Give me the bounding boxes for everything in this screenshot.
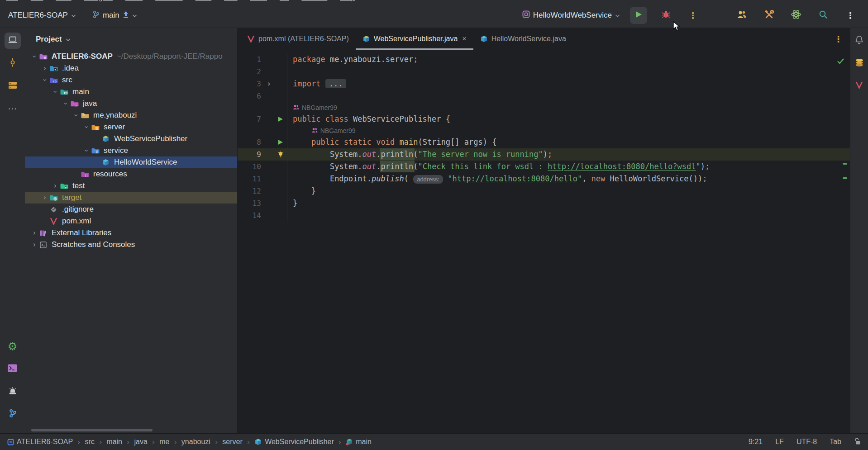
author-inlay-text[interactable]: NBGamer99 — [302, 102, 337, 113]
settings-toolwindow-button[interactable]: ⚙ — [5, 338, 21, 355]
tree-chevron-icon[interactable]: › — [51, 87, 59, 97]
tab-pom-xml-atelier6-soap-[interactable]: pom.xml (ATELIER6-SOAP) — [240, 28, 356, 50]
fold-arrow-icon[interactable]: › — [264, 78, 274, 90]
menu-view[interactable]: View — [56, 0, 71, 2]
tree-row-scratches-and-consoles[interactable]: ›Scratches and Consoles — [25, 239, 237, 251]
code-line-12[interactable]: 12 } — [238, 185, 850, 197]
tree-chevron-icon[interactable]: › — [40, 64, 50, 72]
caret-position-widget[interactable]: 9:21 — [749, 438, 763, 446]
intention-bulb-icon[interactable] — [274, 148, 287, 161]
tree-row-helloworldservice[interactable]: HelloWorldService — [25, 156, 237, 168]
tree-chevron-icon[interactable]: › — [82, 122, 91, 132]
build-tools-button[interactable] — [760, 7, 777, 24]
more-run-actions-button[interactable]: ⋮ — [684, 7, 701, 24]
code-line-13[interactable]: 13} — [238, 197, 850, 209]
code-line-14[interactable]: 14 — [238, 209, 850, 222]
run-gutter-icon[interactable] — [274, 113, 287, 125]
run-button[interactable] — [630, 7, 647, 24]
tree-chevron-icon[interactable]: › — [29, 241, 39, 249]
tree-chevron-icon[interactable]: › — [72, 110, 80, 120]
layers-toolwindow-button[interactable] — [851, 55, 868, 71]
commit-toolwindow-button[interactable] — [5, 55, 21, 71]
encoding-widget[interactable]: UTF-8 — [796, 438, 817, 446]
tree-chevron-icon[interactable]: › — [40, 194, 50, 202]
menu-window[interactable]: Window — [301, 0, 327, 2]
tab-webservicepublisher-java[interactable]: WebServicePublisher.java× — [356, 28, 473, 50]
tree-row-src[interactable]: ›src — [25, 74, 237, 86]
code-line-10[interactable]: 10 System.out.println("Check this link f… — [238, 161, 850, 173]
breadcrumb-webservicepublisher[interactable]: WebServicePublisher — [254, 438, 334, 446]
breadcrumb-main[interactable]: main — [106, 438, 122, 446]
tree-chevron-icon[interactable]: › — [29, 229, 39, 237]
run-gutter-icon[interactable] — [274, 136, 287, 148]
tree-row-webservicepublisher[interactable]: WebServicePublisher — [25, 133, 237, 145]
line-separator-widget[interactable]: LF — [775, 438, 784, 446]
tree-row--gitignore[interactable]: .gitignore — [25, 204, 237, 215]
tab-helloworldservice-java[interactable]: HelloWorldService.java — [473, 28, 573, 50]
breadcrumb-ynabouzi[interactable]: ynabouzi — [181, 438, 210, 446]
menu-run[interactable]: Run — [224, 0, 237, 2]
menu-file[interactable]: File — [6, 0, 18, 2]
tree-row-atelier6-soap[interactable]: ›ATELIER6-SOAP~/Desktop/Rapport-JEE/Rapp… — [25, 51, 237, 62]
tab-options-kebab[interactable]: ⋮ — [834, 35, 850, 43]
code-line-7[interactable]: 7public class WebServicePublisher { — [238, 113, 850, 125]
code-with-me-button[interactable] — [733, 7, 750, 24]
lock-icon[interactable] — [854, 437, 861, 447]
code-line-8[interactable]: 8 public static void main(String[] args)… — [238, 136, 850, 148]
inspections-ok-icon[interactable] — [837, 57, 844, 66]
tree-row-main[interactable]: ›main — [25, 86, 237, 98]
breadcrumb-java[interactable]: java — [134, 438, 147, 446]
breadcrumb-main[interactable]: main — [346, 438, 372, 446]
terminal-toolwindow-button[interactable] — [5, 361, 21, 377]
breadcrumb-server[interactable]: server — [222, 438, 242, 446]
more-toolwindows-button[interactable]: ⋯ — [5, 100, 21, 117]
main-menu-kebab-button[interactable]: ⋮ — [842, 7, 859, 24]
code-line-3[interactable]: 3›import ... — [238, 78, 850, 90]
tree-chevron-icon[interactable]: › — [62, 99, 70, 109]
code-line-6[interactable]: 6 — [238, 90, 850, 102]
menu-help[interactable]: Help — [340, 0, 355, 2]
tree-row-external-libraries[interactable]: ›External Libraries — [25, 227, 237, 239]
tree-row-resources[interactable]: resources — [25, 168, 237, 180]
horizontal-scrollbar[interactable] — [31, 429, 153, 431]
vcs-branch-widget[interactable]: main — [92, 10, 137, 21]
menu-build[interactable]: Build — [196, 0, 212, 2]
tree-row-java[interactable]: ›java — [25, 98, 237, 109]
chevron-down-icon[interactable] — [66, 35, 71, 44]
plugin-atom-button[interactable] — [787, 7, 805, 24]
code-editor[interactable]: 1package me.ynabouzi.server;23›import ..… — [238, 50, 850, 433]
code-line-11[interactable]: 11 Endpoint.publish( address: "http://lo… — [238, 173, 850, 185]
code-line-1[interactable]: 1package me.ynabouzi.server; — [238, 53, 850, 66]
breadcrumb-atelier6-soap[interactable]: ATELIER6-SOAP — [7, 438, 73, 446]
code-line-2[interactable]: 2 — [238, 66, 850, 78]
tree-row-pom-xml[interactable]: pom.xml — [25, 215, 237, 227]
tree-row-test[interactable]: ›test — [25, 180, 237, 192]
git-toolwindow-button[interactable] — [5, 406, 21, 422]
menu-git[interactable]: Git — [280, 0, 289, 2]
menu-tools[interactable]: Tools — [250, 0, 267, 2]
tree-chevron-icon[interactable]: › — [30, 52, 38, 62]
maven-toolwindow-button[interactable] — [851, 78, 868, 94]
indent-widget[interactable]: Tab — [830, 438, 841, 446]
tree-row-service[interactable]: ›service — [25, 145, 237, 156]
debug-button[interactable] — [657, 7, 674, 24]
breadcrumb-me[interactable]: me — [159, 438, 169, 446]
tree-chevron-icon[interactable]: › — [50, 182, 60, 190]
project-toolwindow-button[interactable] — [5, 33, 21, 49]
tree-chevron-icon[interactable]: › — [41, 75, 49, 85]
menu-code[interactable]: Code — [125, 0, 143, 2]
code-line-9[interactable]: 9 System.out.println("The server now is … — [238, 148, 850, 161]
tree-row--idea[interactable]: ›.idea — [25, 62, 237, 74]
tree-row-me-ynabouzi[interactable]: ›me.ynabouzi — [25, 109, 237, 121]
search-everywhere-button[interactable] — [815, 7, 832, 24]
tree-row-target[interactable]: ›target — [25, 192, 237, 204]
tree-chevron-icon[interactable]: › — [82, 146, 91, 156]
author-inlay-text[interactable]: NBGamer99 — [320, 125, 356, 136]
menu-bar[interactable]: FileEditViewNavigateCodeRefactorBuildRun… — [0, 0, 868, 3]
services-toolwindow-button[interactable] — [5, 384, 21, 400]
breadcrumb-src[interactable]: src — [85, 438, 95, 446]
notifications-button[interactable] — [851, 33, 868, 49]
menu-navigate[interactable]: Navigate — [84, 0, 113, 2]
project-widget[interactable]: ATELIER6-SOAP — [8, 11, 76, 20]
tree-row-server[interactable]: ›server — [25, 121, 237, 133]
